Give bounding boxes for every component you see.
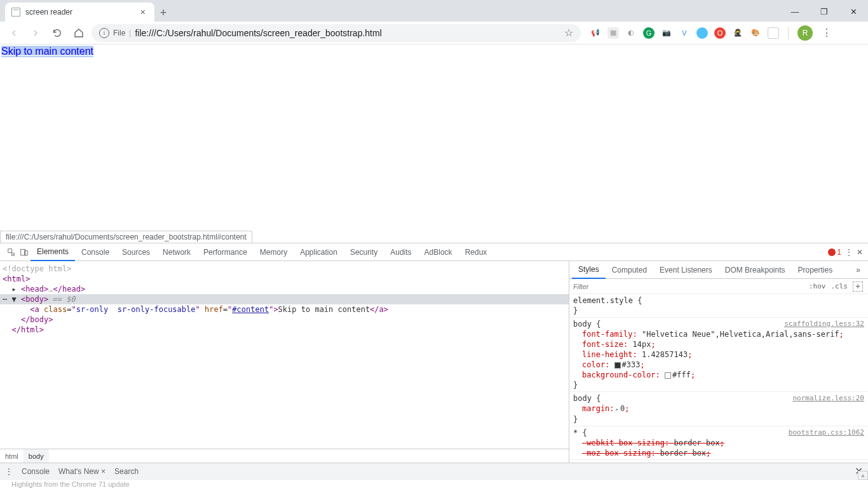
- close-window-button[interactable]: ✕: [839, 1, 868, 22]
- styles-tab-computed[interactable]: Computed: [606, 261, 653, 279]
- url-separator: |: [129, 29, 131, 37]
- extension-icon[interactable]: [696, 27, 708, 39]
- selected-dom-node[interactable]: ⋯ ▼ <body>== $0: [0, 294, 569, 304]
- color-swatch[interactable]: [614, 362, 621, 369]
- tab-memory[interactable]: Memory: [254, 243, 294, 261]
- drawer-tab-console[interactable]: Console: [22, 467, 50, 476]
- browser-toolbar: i File | file:///C:/Users/rahul/Document…: [0, 22, 868, 44]
- browser-titlebar: screen reader × + — ❐ ✕: [0, 0, 868, 22]
- dom-breadcrumb: html body: [0, 449, 569, 463]
- styles-filter-row: :hov .cls +: [569, 279, 868, 294]
- rule-source-link[interactable]: bootstrap.css:1062: [789, 428, 864, 438]
- toolbar-divider: [788, 27, 789, 39]
- back-button[interactable]: [5, 24, 23, 42]
- reload-button[interactable]: [48, 24, 66, 42]
- footer-text: Highlights from the Chrome 71 update: [11, 480, 130, 488]
- home-button[interactable]: [70, 24, 88, 42]
- rule-source-link[interactable]: normalize.less:20: [792, 393, 864, 403]
- extension-icon[interactable]: 🥷: [732, 27, 743, 39]
- file-icon: [11, 8, 20, 17]
- skip-link-anchor[interactable]: Skip to main content: [1, 46, 93, 57]
- styles-tabs: Styles Computed Event Listeners DOM Brea…: [569, 261, 868, 279]
- close-icon[interactable]: ×: [101, 467, 105, 476]
- extension-icon[interactable]: 📢: [590, 27, 601, 39]
- devtools-footer: Highlights from the Chrome 71 update ▲: [0, 479, 868, 488]
- dom-tree[interactable]: <!doctype html> <html> ▸ <head>…</head> …: [0, 261, 569, 449]
- css-rule[interactable]: element.style { }: [569, 294, 868, 318]
- address-bar[interactable]: i File | file:///C:/Users/rahul/Document…: [92, 24, 581, 42]
- devtools-panel: Elements Console Sources Network Perform…: [0, 243, 868, 488]
- extension-icon[interactable]: G: [643, 27, 654, 39]
- extensions-area: 📢 ▦ ◐ G 📷 V O 🥷 🎨 R ⋮: [590, 25, 834, 41]
- svg-rect-1: [25, 250, 28, 255]
- extension-icon[interactable]: O: [714, 27, 726, 39]
- drawer-tab-search[interactable]: Search: [114, 467, 139, 476]
- extension-icon[interactable]: 📷: [661, 27, 672, 39]
- close-tab-icon[interactable]: ×: [138, 7, 148, 17]
- tab-application[interactable]: Application: [294, 243, 344, 261]
- inspect-element-icon[interactable]: [5, 246, 18, 259]
- rule-source-link[interactable]: scaffolding.less:32: [784, 319, 864, 329]
- window-controls: — ❐ ✕: [780, 1, 868, 22]
- tab-performance[interactable]: Performance: [197, 243, 254, 261]
- scroll-up-icon[interactable]: ▲: [858, 471, 868, 480]
- maximize-button[interactable]: ❐: [810, 1, 839, 22]
- browser-tab[interactable]: screen reader ×: [5, 3, 154, 22]
- devtools-body: <!doctype html> <html> ▸ <head>…</head> …: [0, 261, 868, 463]
- hover-toggle[interactable]: :hov: [809, 282, 826, 290]
- extension-icon[interactable]: ◐: [625, 27, 637, 39]
- crumb-html[interactable]: html: [0, 449, 24, 463]
- extension-icon[interactable]: [768, 27, 779, 39]
- bookmark-star-icon[interactable]: ☆: [564, 27, 573, 39]
- extension-icon[interactable]: ▦: [607, 27, 619, 39]
- chrome-menu-button[interactable]: ⋮: [819, 27, 834, 39]
- forward-button[interactable]: [27, 24, 44, 42]
- styles-panel: Styles Computed Event Listeners DOM Brea…: [569, 261, 868, 463]
- device-mode-icon[interactable]: [18, 246, 31, 259]
- tab-network[interactable]: Network: [156, 243, 197, 261]
- devtools-drawer: ⋮ Console What's New × Search ✕: [0, 463, 868, 479]
- extension-icon[interactable]: V: [679, 27, 690, 39]
- new-tab-button[interactable]: +: [154, 4, 172, 22]
- styles-tab-dom-breakpoints[interactable]: DOM Breakpoints: [719, 261, 792, 279]
- tab-sources[interactable]: Sources: [116, 243, 156, 261]
- url-text: file:///C:/Users/rahul/Documents/screen_…: [135, 28, 381, 38]
- link-status-bar: file:///C:/Users/rahul/Documents/screen_…: [0, 231, 252, 243]
- css-rule[interactable]: bootstrap.css:1062 * { -webkit-box-sizin…: [569, 426, 868, 460]
- error-count-badge[interactable]: 1: [828, 248, 841, 257]
- dom-panel: <!doctype html> <html> ▸ <head>…</head> …: [0, 261, 569, 463]
- styles-tab-properties[interactable]: Properties: [791, 261, 839, 279]
- devtools-tabs: Elements Console Sources Network Perform…: [0, 243, 868, 261]
- tab-console[interactable]: Console: [75, 243, 116, 261]
- tab-audits[interactable]: Audits: [384, 243, 417, 261]
- devtools-menu-icon[interactable]: ⋮: [845, 248, 853, 257]
- profile-avatar[interactable]: R: [797, 25, 813, 41]
- page-viewport: Skip to main content file:///C:/Users/ra…: [0, 44, 868, 243]
- info-icon[interactable]: i: [99, 28, 109, 38]
- tab-title: screen reader: [25, 8, 138, 17]
- tab-security[interactable]: Security: [344, 243, 384, 261]
- devtools-close-icon[interactable]: ✕: [857, 248, 863, 257]
- crumb-body[interactable]: body: [24, 449, 49, 463]
- styles-tab-styles[interactable]: Styles: [572, 261, 606, 279]
- drawer-tab-whats-new[interactable]: What's New ×: [58, 467, 105, 476]
- css-rule[interactable]: scaffolding.less:32 body { font-family: …: [569, 318, 868, 392]
- drawer-menu-icon[interactable]: ⋮: [5, 467, 13, 476]
- tab-redux[interactable]: Redux: [459, 243, 494, 261]
- color-swatch[interactable]: [665, 372, 671, 379]
- minimize-button[interactable]: —: [780, 1, 810, 22]
- more-tabs-icon[interactable]: »: [851, 266, 865, 274]
- extension-icon[interactable]: 🎨: [750, 27, 761, 39]
- url-protocol: File: [113, 29, 125, 37]
- css-rule[interactable]: normalize.less:20 body { margin:▸0; }: [569, 392, 868, 426]
- tab-elements[interactable]: Elements: [31, 243, 75, 261]
- new-style-rule-button[interactable]: +: [853, 281, 863, 292]
- css-rules-list[interactable]: element.style { } scaffolding.less:32 bo…: [569, 294, 868, 463]
- doctype-node: <!doctype html>: [3, 264, 71, 273]
- styles-filter-input[interactable]: [569, 283, 804, 290]
- skip-to-content-link[interactable]: Skip to main content: [1, 46, 93, 57]
- styles-tab-event-listeners[interactable]: Event Listeners: [653, 261, 719, 279]
- tab-adblock[interactable]: AdBlock: [418, 243, 459, 261]
- cls-toggle[interactable]: .cls: [831, 282, 848, 290]
